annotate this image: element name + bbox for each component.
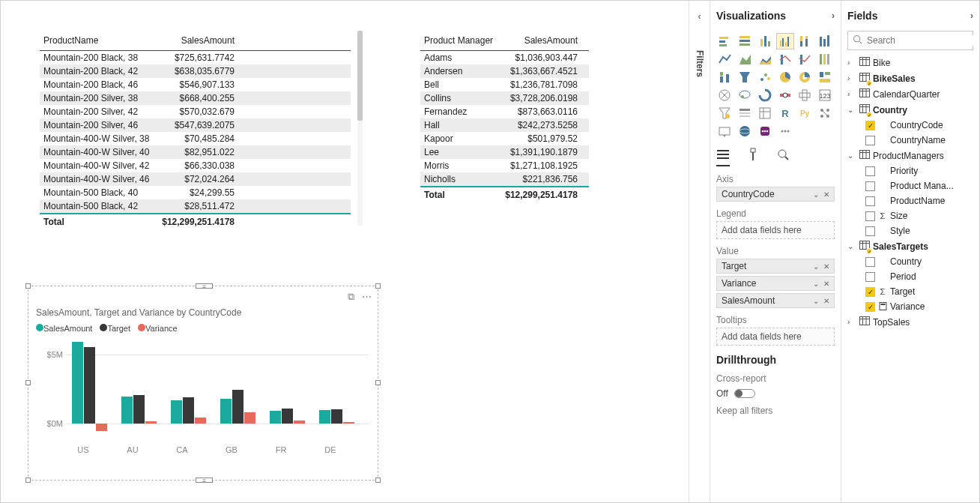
viz-type-icon[interactable]	[796, 70, 813, 85]
field-checkbox[interactable]	[865, 166, 875, 176]
drag-handle[interactable]: ≡	[196, 283, 213, 289]
field-checkbox[interactable]	[865, 181, 875, 191]
field-checkbox[interactable]: ✓	[865, 287, 875, 297]
legend-item[interactable]: Target	[100, 324, 130, 333]
bar[interactable]	[244, 412, 255, 424]
table-products[interactable]: ProductName SalesAmount Mountain-200 Bla…	[40, 31, 351, 229]
bar[interactable]	[282, 409, 293, 424]
chevron-down-icon[interactable]: ⌄	[847, 106, 856, 114]
bar[interactable]	[220, 399, 232, 424]
table-row[interactable]: Collins$3,728,206.0198	[420, 91, 589, 105]
remove-field-icon[interactable]: ✕	[823, 297, 829, 305]
chevron-down-icon[interactable]: ⌄	[813, 190, 819, 199]
chevron-left-icon[interactable]: ‹	[698, 11, 701, 22]
fields-column-node[interactable]: Priority	[847, 163, 973, 178]
legend-item[interactable]: SalesAmount	[36, 324, 92, 333]
table-row[interactable]: Mountain-200 Black, 42$638,035.6779	[40, 64, 351, 78]
table-row[interactable]: Lee$1,391,190.1879	[420, 145, 589, 159]
resize-handle[interactable]	[375, 478, 381, 483]
field-checkbox[interactable]	[865, 226, 875, 236]
fields-table-node[interactable]: ›CalendarQuarter	[847, 86, 973, 102]
fields-column-node[interactable]: ProductName	[847, 193, 973, 208]
viz-type-icon[interactable]: 123	[817, 88, 833, 103]
viz-type-icon[interactable]	[757, 52, 773, 67]
bar[interactable]	[171, 400, 182, 424]
field-checkbox[interactable]	[865, 211, 875, 221]
bar[interactable]	[343, 422, 354, 424]
bar[interactable]	[133, 395, 145, 424]
bar[interactable]	[183, 397, 194, 424]
table-row[interactable]: Mountain-200 Silver, 38$668,400.255	[40, 91, 351, 105]
fields-column-node[interactable]: Style	[847, 223, 973, 238]
fields-table-node[interactable]: ›TopSales	[847, 314, 973, 330]
table-row[interactable]: Mountain-500 Black, 40$24,299.55	[40, 186, 351, 199]
filters-pane-collapsed[interactable]: ‹ Filters	[689, 1, 710, 502]
table-row[interactable]: Mountain-400-W Silver, 46$72,024.264	[40, 172, 351, 186]
search-input[interactable]	[867, 35, 979, 46]
fields-column-node[interactable]: Period	[847, 269, 973, 284]
viz-type-icon[interactable]	[716, 124, 733, 139]
table-row[interactable]: Mountain-200 Silver, 46$547,639.2075	[40, 118, 351, 132]
bar[interactable]	[270, 411, 281, 424]
scrollbar[interactable]	[357, 31, 363, 226]
fields-column-node[interactable]: ✓Variance	[847, 299, 973, 314]
field-checkbox[interactable]: ✓	[865, 302, 875, 312]
resize-handle[interactable]	[375, 283, 381, 289]
chevron-down-icon[interactable]: ⌄	[813, 262, 819, 271]
viz-type-icon[interactable]	[817, 52, 833, 67]
fields-column-node[interactable]: CountryName	[847, 133, 973, 148]
fields-table-node[interactable]: ›✓BikeSales	[847, 70, 973, 86]
resize-handle[interactable]	[25, 380, 31, 385]
viz-type-icon[interactable]	[736, 106, 753, 121]
table-row[interactable]: Bell$1,236,781.7098	[420, 78, 589, 91]
table-row[interactable]: Adams$1,036,903.447	[420, 51, 589, 64]
format-tab-icon[interactable]	[746, 148, 760, 166]
viz-type-icon[interactable]: R	[777, 106, 793, 121]
table-row[interactable]: Mountain-200 Black, 38$725,631.7742	[40, 51, 351, 64]
drag-handle[interactable]: ≡	[196, 478, 213, 483]
viz-type-icon[interactable]	[736, 70, 753, 85]
viz-type-icon[interactable]	[736, 34, 753, 49]
field-checkbox[interactable]: ✓	[865, 121, 875, 130]
chevron-right-icon[interactable]: ›	[847, 74, 856, 82]
viz-type-icon[interactable]	[777, 34, 793, 49]
viz-type-icon[interactable]	[757, 88, 773, 103]
table-row[interactable]: Mountain-200 Black, 46$546,907.133	[40, 78, 351, 91]
table-row[interactable]: Hall$242,273.5258	[420, 118, 589, 132]
viz-type-icon[interactable]	[796, 52, 813, 67]
chevron-down-icon[interactable]: ⌄	[847, 242, 856, 250]
table-row[interactable]: Kapoor$501,979.52	[420, 132, 589, 145]
viz-type-icon[interactable]	[777, 70, 793, 85]
bar[interactable]	[72, 342, 83, 424]
fields-table-node[interactable]: ⌄✓Country	[847, 102, 973, 118]
viz-type-icon[interactable]	[757, 124, 773, 139]
viz-type-icon[interactable]	[817, 70, 833, 85]
table-row[interactable]: Mountain-500 Black, 42$28,511.472	[40, 199, 351, 213]
fields-table-node[interactable]: ›Bike	[847, 55, 973, 70]
chevron-right-icon[interactable]: ›	[847, 318, 856, 326]
viz-type-icon[interactable]	[757, 70, 773, 85]
bar[interactable]	[145, 421, 157, 424]
bar[interactable]	[121, 397, 133, 424]
viz-type-icon[interactable]	[736, 124, 753, 139]
fields-column-node[interactable]: Country	[847, 254, 973, 269]
viz-type-icon[interactable]	[716, 106, 733, 121]
clustered-column-chart-visual[interactable]: ≡ ≡ ⧉ ⋯ SalesAmount, Target and Variance…	[28, 286, 378, 481]
table-row[interactable]: Mountain-200 Silver, 42$570,032.679	[40, 105, 351, 118]
chevron-right-icon[interactable]: ›	[847, 90, 856, 98]
remove-field-icon[interactable]: ✕	[823, 262, 829, 271]
table-row[interactable]: Andersen$1,363,667.4521	[420, 64, 589, 78]
field-checkbox[interactable]	[865, 196, 875, 206]
chevron-right-icon[interactable]: ›	[832, 10, 835, 21]
viz-type-icon[interactable]	[736, 52, 753, 67]
viz-type-icon[interactable]	[817, 34, 833, 49]
viz-type-icon[interactable]	[817, 106, 833, 121]
table-managers[interactable]: Product Manager SalesAmount Adams$1,036,…	[420, 31, 589, 202]
more-options-icon[interactable]: ⋯	[362, 291, 372, 303]
bar[interactable]	[195, 418, 206, 424]
bar[interactable]	[331, 409, 342, 424]
resize-handle[interactable]	[25, 283, 31, 289]
fields-column-node[interactable]: Product Mana...	[847, 178, 973, 193]
tooltips-well[interactable]: Add data fields here	[716, 328, 835, 346]
value-field-pill[interactable]: Variance⌄✕	[716, 276, 835, 291]
